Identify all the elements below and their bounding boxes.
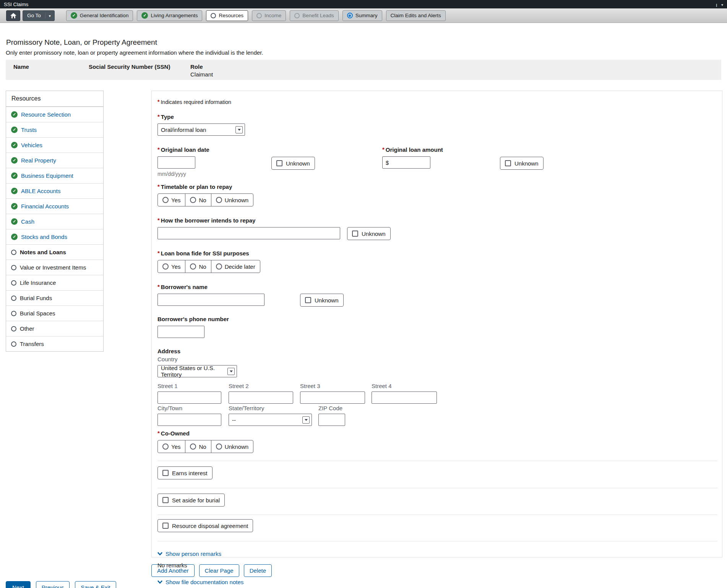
next-button[interactable]: Next (6, 581, 31, 588)
co-owned-option-unknown[interactable]: Unknown (211, 440, 253, 453)
sidebar-item-notes-and-loans[interactable]: Notes and Loans (6, 244, 103, 260)
sidebar-item-value-or-investment-items[interactable]: Value or Investment Items (6, 260, 103, 275)
person-info-bar: Name Social Security Number (SSN) Role C… (6, 60, 721, 80)
original-loan-amount-field[interactable]: $ (382, 156, 430, 169)
borrower-phone-input[interactable] (157, 326, 204, 338)
borrower-name-input[interactable] (157, 294, 265, 306)
tab-claim-edits-and-alerts[interactable]: Claim Edits and Alerts (386, 10, 446, 21)
tab-resources[interactable]: Resources (206, 10, 248, 21)
radio-circle-icon (11, 250, 16, 255)
street3-input[interactable] (300, 391, 365, 404)
timetable-option-yes[interactable]: Yes (158, 194, 185, 206)
original-loan-amount-unknown-checkbox[interactable]: Unknown (500, 157, 544, 170)
type-select[interactable]: Oral/informal loan (157, 123, 245, 136)
timetable-label: Timetable or plan to repay (157, 184, 717, 190)
page-subtitle: Only enter promissory note, loan or prop… (6, 49, 727, 56)
original-loan-amount-label: Original loan amount (382, 146, 443, 153)
checkbox-icon (505, 160, 511, 166)
sidebar-item-other[interactable]: Other (6, 321, 103, 336)
zip-label: ZIP Code (318, 405, 345, 411)
state-select-value: -- (232, 417, 236, 423)
tab-summary[interactable]: Summary (342, 10, 382, 21)
chevron-down-icon (235, 126, 243, 133)
bona-fide-option-no[interactable]: No (185, 260, 211, 273)
save-exit-button[interactable]: Save & Exit (75, 581, 116, 588)
person-ssn-label: Social Security Number (SSN) (89, 63, 190, 70)
chevron-down-icon (45, 13, 54, 18)
required-asterisk (157, 146, 161, 153)
country-label: Country (157, 356, 717, 362)
sidebar-item-burial-funds[interactable]: Burial Funds (6, 290, 103, 305)
required-asterisk (157, 114, 161, 120)
sidebar-item-stocks-and-bonds[interactable]: Stocks and Bonds (6, 229, 103, 244)
bona-fide-label: Loan bona fide for SSI purposes (157, 250, 717, 257)
radio-icon (216, 263, 222, 270)
required-asterisk (157, 184, 161, 190)
timetable-option-no[interactable]: No (185, 194, 211, 206)
check-circle-icon (11, 111, 18, 118)
show-file-documentation-notes-toggle[interactable]: Show file documentation notes (157, 579, 243, 585)
state-select[interactable]: -- (229, 414, 312, 426)
bona-fide-radio-group: Yes No Decide later (157, 260, 260, 273)
sidebar-item-cash[interactable]: Cash (6, 214, 103, 229)
sidebar-item-financial-accounts[interactable]: Financial Accounts (6, 198, 103, 214)
street4-input[interactable] (372, 391, 437, 404)
radio-icon (216, 443, 222, 450)
sidebar-item-business-equipment[interactable]: Business Equipment (6, 168, 103, 183)
street1-input[interactable] (157, 391, 221, 404)
radio-circle-icon (211, 13, 216, 18)
sidebar-item-resource-selection[interactable]: Resource Selection (6, 107, 103, 122)
type-label: Type (157, 114, 717, 120)
sidebar-item-burial-spaces[interactable]: Burial Spaces (6, 305, 103, 321)
radio-circle-icon (11, 265, 16, 270)
sidebar-item-transfers[interactable]: Transfers (6, 336, 103, 351)
section-divider (157, 515, 717, 515)
repay-method-input[interactable] (157, 227, 340, 239)
original-loan-date-unknown-checkbox[interactable]: Unknown (271, 157, 315, 170)
section-divider (157, 461, 717, 461)
co-owned-option-yes[interactable]: Yes (158, 440, 185, 453)
sidebar-item-life-insurance[interactable]: Life Insurance (6, 275, 103, 290)
address-label: Address (157, 348, 717, 354)
sidebar-item-vehicles[interactable]: Vehicles (6, 137, 103, 153)
tab-general-identification[interactable]: General Identification (66, 10, 133, 21)
app-titlebar: SSI Claims (0, 0, 727, 8)
person-name-label: Name (13, 63, 89, 70)
repay-method-unknown-checkbox[interactable]: Unknown (347, 227, 391, 240)
resource-disposal-agreement-checkbox[interactable]: Resource disposal agreement (157, 519, 253, 532)
set-aside-for-burial-checkbox[interactable]: Set aside for burial (157, 494, 225, 507)
previous-button[interactable]: Previous (36, 581, 70, 588)
checkbox-icon (162, 497, 169, 503)
required-asterisk (157, 250, 161, 257)
original-loan-date-input[interactable] (157, 156, 195, 169)
radio-circle-icon (11, 341, 16, 347)
chevron-down-icon[interactable] (721, 1, 723, 8)
sidebar-item-trusts[interactable]: Trusts (6, 122, 103, 137)
borrower-phone-label: Borrower's phone number (157, 316, 717, 322)
check-circle-icon (11, 234, 18, 240)
checkbox-icon (162, 470, 169, 476)
co-owned-option-no[interactable]: No (185, 440, 211, 453)
show-person-remarks-toggle[interactable]: Show person remarks (157, 551, 221, 557)
sidebar-item-real-property[interactable]: Real Property (6, 153, 103, 168)
home-button[interactable] (6, 10, 20, 21)
goto-dropdown[interactable]: Go To (23, 10, 55, 21)
bona-fide-option-decide-later[interactable]: Decide later (211, 260, 260, 273)
city-input[interactable] (157, 414, 221, 426)
person-role-label: Role (190, 63, 213, 70)
street2-input[interactable] (229, 391, 293, 404)
check-circle-icon (71, 12, 77, 19)
zip-input[interactable] (318, 414, 345, 426)
date-format-hint: mm/dd/yyyy (157, 171, 717, 177)
sidebar-item-able-accounts[interactable]: ABLE Accounts (6, 183, 103, 198)
original-loan-amount-input[interactable] (389, 157, 430, 168)
earns-interest-checkbox[interactable]: Earns interest (157, 466, 213, 479)
tab-benefit-leads: Benefit Leads (290, 10, 339, 21)
repay-method-label: How the borrower intends to repay (157, 217, 717, 224)
radio-icon (162, 443, 169, 450)
tab-living-arrangements[interactable]: Living Arrangements (137, 10, 202, 21)
timetable-option-unknown[interactable]: Unknown (211, 194, 253, 206)
country-select[interactable]: United States or U.S. Territory (157, 365, 237, 377)
bona-fide-option-yes[interactable]: Yes (158, 260, 185, 273)
borrower-name-unknown-checkbox[interactable]: Unknown (300, 294, 344, 307)
